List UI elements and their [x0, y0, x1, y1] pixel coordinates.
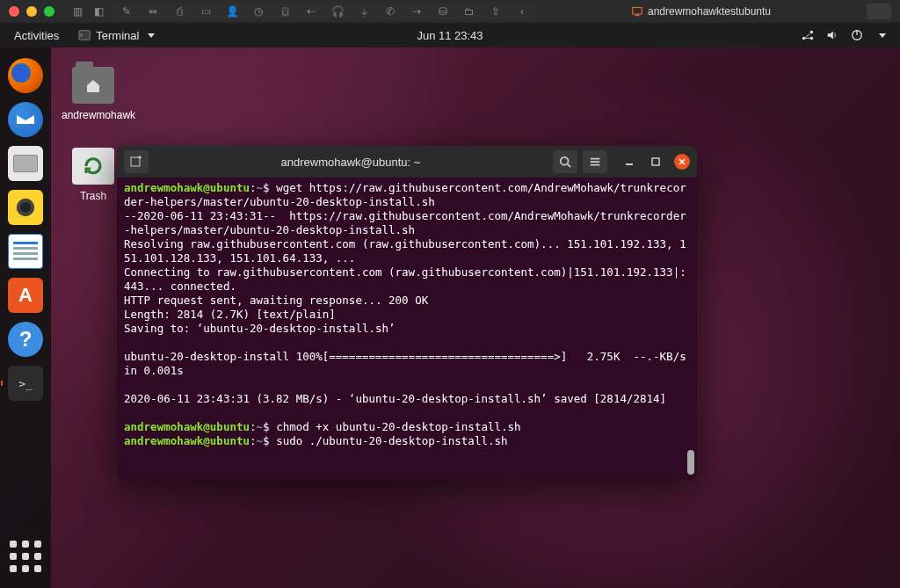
prompt-user: andrewmohawk@ubuntu	[124, 420, 250, 433]
usb-icon[interactable]: ⏚	[355, 4, 373, 19]
power-icon	[851, 29, 863, 41]
home-folder-icon	[72, 67, 114, 104]
host-view-buttons: ▥ ◧	[69, 4, 107, 19]
phone-icon[interactable]: ✆	[381, 4, 399, 19]
search-button[interactable]	[553, 150, 577, 173]
svg-rect-2	[79, 31, 90, 40]
prompt-colon: :	[250, 434, 257, 447]
app-menu-label: Terminal	[96, 29, 139, 42]
activities-button[interactable]: Activities	[9, 29, 64, 42]
prompt-symbol: $	[263, 181, 270, 194]
chevron-down-icon	[879, 33, 886, 38]
folder-icon[interactable]: 🗀	[461, 4, 478, 19]
desktop-home-folder[interactable]: andrewmohawk	[62, 67, 125, 121]
svg-point-3	[802, 37, 806, 40]
back-icon[interactable]: ⇠	[302, 4, 320, 19]
host-right-button[interactable]	[867, 4, 891, 19]
writer-icon	[8, 234, 43, 269]
terminal-icon: >_	[8, 366, 43, 401]
terminal-title: andrewmohawk@ubuntu: ~	[156, 156, 546, 169]
dock-terminal[interactable]: >_	[6, 364, 45, 403]
next-icon[interactable]: ⇢	[408, 4, 425, 19]
desktop-trash[interactable]: Trash	[62, 148, 125, 202]
terminal-titlebar[interactable]: andrewmohawk@ubuntu: ~	[117, 146, 697, 178]
gnome-top-bar: Activities Terminal Jun 11 23:43	[0, 23, 900, 47]
person-icon[interactable]: 👤	[223, 4, 241, 19]
maximize-icon	[650, 156, 661, 167]
terminal-body[interactable]: andrewmohawk@ubuntu:~$ wget https://raw.…	[117, 178, 697, 480]
trash-icon	[72, 148, 114, 185]
host-window-title: andrewmohawktestubuntu	[536, 5, 867, 18]
disk-icon[interactable]: ⛁	[434, 4, 452, 19]
clock-icon[interactable]: ◷	[250, 4, 267, 19]
dock-libreoffice-writer[interactable]	[6, 232, 45, 271]
sidebar-toggle-icon[interactable]: ▥	[69, 4, 86, 19]
resize-icon[interactable]: ⇔	[144, 4, 162, 19]
prompt-path: ~	[257, 434, 264, 447]
dock-show-apps[interactable]	[6, 537, 45, 576]
command-text: chmod +x ubuntu-20-desktop-install.sh	[276, 420, 520, 433]
hamburger-icon	[589, 156, 601, 168]
traffic-lights	[9, 6, 54, 17]
close-icon	[678, 157, 686, 166]
library-icon[interactable]: ◧	[90, 4, 107, 19]
software-icon: A	[8, 278, 43, 313]
new-tab-button[interactable]	[124, 150, 149, 173]
svg-rect-12	[652, 158, 659, 165]
prompt-user: andrewmohawk@ubuntu	[124, 434, 250, 447]
firefox-icon	[8, 58, 43, 93]
host-toolbar: ✎ ⇔ ⎙ ▭ 👤 ◷ ⌼ ⇠ 🎧 ⏚ ✆ ⇢ ⛁ 🗀 ⇪ ‹	[112, 4, 536, 19]
dock-software[interactable]: A	[6, 276, 45, 315]
minimize-icon	[624, 156, 635, 167]
dock-help[interactable]: ?	[6, 320, 45, 359]
app-menu[interactable]: Terminal	[71, 29, 162, 42]
menu-button[interactable]	[583, 150, 607, 173]
pin-icon[interactable]: ✎	[118, 4, 135, 19]
window-maximize-button[interactable]	[648, 154, 664, 170]
dock-rhythmbox[interactable]	[6, 188, 45, 227]
vm-icon	[632, 6, 642, 17]
host-titlebar: ▥ ◧ ✎ ⇔ ⎙ ▭ 👤 ◷ ⌼ ⇠ 🎧 ⏚ ✆ ⇢ ⛁ 🗀 ⇪ ‹ andr…	[0, 0, 900, 23]
prompt-path: ~	[257, 181, 264, 194]
chevron-down-icon	[148, 33, 155, 38]
files-icon	[8, 146, 43, 181]
output-line: Length: 2814 (2.7K) [text/plain]	[124, 308, 336, 321]
dock: A ? >_	[0, 47, 51, 588]
prompt-symbol: $	[263, 434, 270, 447]
prompt-user: andrewmohawk@ubuntu	[124, 181, 250, 194]
network-icon	[802, 29, 814, 41]
host-maximize-button[interactable]	[44, 6, 54, 17]
host-minimize-button[interactable]	[26, 6, 37, 17]
desktop-icon-label: Trash	[62, 190, 125, 202]
desktop-icon-label: andrewmohawk	[62, 109, 125, 121]
search-icon	[559, 156, 571, 168]
output-line: ubuntu-20-desktop-install 100%[=========…	[124, 350, 697, 377]
terminal-scrollbar[interactable]	[687, 450, 694, 475]
print-icon[interactable]: ⎙	[171, 4, 188, 19]
svg-point-9	[561, 157, 569, 165]
system-tray[interactable]	[802, 29, 891, 41]
dock-files[interactable]	[6, 144, 45, 183]
host-title-text: andrewmohawktestubuntu	[648, 5, 771, 18]
window-close-button[interactable]	[674, 154, 690, 170]
desktop-icons: andrewmohawk Trash	[62, 67, 125, 202]
dock-firefox[interactable]	[6, 56, 45, 95]
camera-icon[interactable]: ⌼	[276, 4, 294, 19]
export-icon[interactable]: ⇪	[487, 4, 504, 19]
host-close-button[interactable]	[9, 6, 19, 17]
window-minimize-button[interactable]	[621, 154, 637, 170]
ubuntu-desktop: Activities Terminal Jun 11 23:43 A ? >_	[0, 23, 900, 588]
chevron-left-icon[interactable]: ‹	[513, 4, 531, 19]
card-icon[interactable]: ▭	[197, 4, 214, 19]
output-line: 2020-06-11 23:43:31 (3.82 MB/s) - ‘ubunt…	[124, 392, 666, 405]
svg-rect-1	[635, 15, 640, 17]
headphones-icon[interactable]: 🎧	[329, 4, 346, 19]
svg-rect-0	[633, 8, 642, 15]
terminal-window: andrewmohawk@ubuntu: ~ andrewmohawk@ubun…	[117, 146, 697, 480]
svg-line-10	[568, 164, 571, 168]
clock[interactable]: Jun 11 23:43	[417, 29, 483, 42]
output-line: Connecting to raw.githubusercontent.com …	[124, 265, 686, 293]
dock-thunderbird[interactable]	[6, 100, 45, 139]
terminal-icon	[78, 29, 91, 41]
thunderbird-icon	[8, 102, 43, 137]
